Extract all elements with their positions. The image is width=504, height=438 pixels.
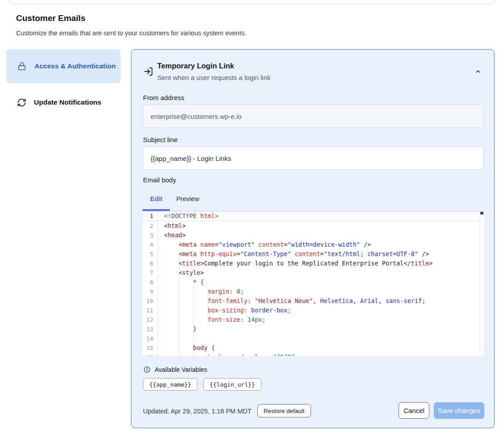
- available-variables-label: Available Variables: [155, 366, 207, 373]
- indent-guide: [179, 343, 179, 353]
- variable-chip-login-url[interactable]: {{login_url}}: [203, 378, 261, 391]
- indent-guide: [193, 343, 193, 353]
- editor-scrollbar[interactable]: [479, 211, 484, 356]
- from-address-input[interactable]: [143, 105, 483, 128]
- line-number: 7: [143, 268, 158, 278]
- indent-guide: [193, 334, 193, 343]
- indent-guide: [179, 240, 179, 249]
- code-text: <style>: [158, 268, 484, 278]
- code-line: 3<head>: [143, 231, 484, 240]
- indent-guide: [193, 287, 193, 296]
- indent-guide: [179, 324, 179, 334]
- code-line: 13 }: [143, 324, 484, 334]
- sidebar-item-label: Access & Authentication: [34, 61, 116, 72]
- code-line: 14: [143, 334, 484, 343]
- line-number: 6: [143, 259, 158, 268]
- sidebar-item-access-authentication[interactable]: Access & Authentication: [6, 49, 121, 83]
- indent-guide: [179, 334, 179, 343]
- code-line: 8 * {: [143, 278, 484, 287]
- line-number: 10: [143, 296, 158, 306]
- code-editor[interactable]: 1<!DOCTYPE html>2<html>3<head>4 <meta na…: [143, 211, 484, 356]
- code-line: 11 box-sizing: border-box;: [143, 306, 484, 315]
- code-text: * {: [158, 278, 484, 287]
- section-title: Temporary Login Link: [157, 62, 234, 70]
- line-number: 5: [143, 249, 158, 259]
- code-text: margin: 0;: [158, 287, 484, 296]
- line-number: 12: [143, 315, 158, 324]
- email-body-label: Email body: [143, 176, 176, 184]
- lock-icon: [17, 61, 27, 71]
- log-in-icon: [143, 67, 153, 76]
- code-text: box-sizing: border-box;: [158, 306, 484, 315]
- code-text: font-family: "Helvetica Neue", Helvetica…: [158, 296, 484, 306]
- from-address-label: From address: [143, 94, 185, 101]
- restore-default-button[interactable]: Restore default: [257, 404, 311, 417]
- tab-preview[interactable]: Preview: [176, 195, 199, 202]
- code-text: <!DOCTYPE html>: [158, 211, 484, 221]
- indent-guide: [179, 353, 179, 356]
- code-text: font-size: 14px;: [158, 315, 484, 324]
- indent-guide: [193, 324, 193, 334]
- code-line: 16 background-color: #f5f8fa;: [143, 353, 484, 356]
- indent-guide: [179, 306, 179, 315]
- page-subtitle: Customize the emails that are sent to yo…: [16, 29, 246, 37]
- indent-guide: [179, 287, 179, 296]
- refresh-icon: [17, 98, 26, 107]
- section-subtitle: Sent when a user requests a login link: [157, 74, 270, 81]
- line-number: 11: [143, 306, 158, 315]
- editor-scrollbar-thumb[interactable]: [480, 212, 483, 215]
- indent-guide: [208, 287, 208, 296]
- line-number: 14: [143, 334, 158, 343]
- indent-guide: [193, 306, 193, 315]
- line-number: 16: [143, 353, 158, 356]
- editor-tabs: EditPreview: [150, 195, 199, 202]
- code-line: 9 margin: 0;: [143, 287, 484, 296]
- code-line: 6 <title>Complete your login to the Repl…: [143, 259, 484, 268]
- code-line: 4 <meta name="viewport" content="width=d…: [143, 240, 484, 249]
- indent-guide: [193, 296, 193, 306]
- available-variables-row: Available Variables: [143, 366, 207, 373]
- line-number: 13: [143, 324, 158, 334]
- line-number: 2: [143, 221, 158, 231]
- indent-guide: [179, 296, 179, 306]
- line-number: 15: [143, 343, 158, 353]
- code-text: <head>: [158, 231, 484, 240]
- indent-guide: [179, 315, 179, 324]
- code-line: 7 <style>: [143, 268, 484, 278]
- indent-guide: [179, 249, 179, 259]
- tab-edit[interactable]: Edit: [150, 195, 162, 202]
- sidebar-item-label: Update Notifications: [34, 97, 101, 108]
- indent-guide: [208, 315, 208, 324]
- indent-guide: [208, 353, 208, 356]
- code-text: }: [158, 324, 484, 334]
- previous-card-bottom-edge: [8, 0, 495, 4]
- code-text: <html>: [158, 221, 484, 231]
- code-line: 15 body {: [143, 343, 484, 353]
- line-number: 1: [143, 211, 158, 221]
- code-text: body {: [158, 343, 484, 353]
- variable-chip-app-name[interactable]: {{app_name}}: [143, 378, 197, 391]
- sidebar: Access & AuthenticationUpdate Notificati…: [6, 49, 121, 113]
- indent-guide: [179, 278, 179, 287]
- chevron-up-icon[interactable]: [475, 68, 482, 75]
- page-title: Customer Emails: [16, 13, 85, 23]
- email-settings-panel: Temporary Login Link Sent when a user re…: [131, 49, 495, 428]
- code-line: 10 font-family: "Helvetica Neue", Helvet…: [143, 296, 484, 306]
- indent-guide: [193, 353, 193, 356]
- line-number: 3: [143, 231, 158, 240]
- cancel-button[interactable]: Cancel: [399, 402, 429, 419]
- code-text: [158, 334, 484, 343]
- sidebar-item-update-notifications[interactable]: Update Notifications: [6, 92, 121, 113]
- subject-line-input[interactable]: [143, 147, 483, 170]
- code-text: <title>Complete your login to the Replic…: [158, 259, 484, 268]
- code-line: 12 font-size: 14px;: [143, 315, 484, 324]
- indent-guide: [179, 259, 179, 268]
- updated-timestamp: Updated: Apr 29, 2025, 1:18 PM MDT: [143, 408, 252, 415]
- indent-guide: [208, 296, 208, 306]
- code-lines: 1<!DOCTYPE html>2<html>3<head>4 <meta na…: [143, 211, 484, 356]
- code-line: 2<html>: [143, 221, 484, 231]
- line-number: 8: [143, 278, 158, 287]
- code-line: 5 <meta http-equiv="Content-Type" conten…: [143, 249, 484, 259]
- save-changes-button[interactable]: Save changes: [434, 402, 484, 419]
- code-text: background-color: #f5f8fa;: [158, 353, 484, 356]
